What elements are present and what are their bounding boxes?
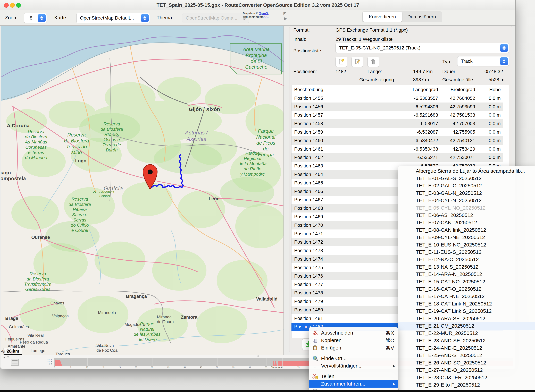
new-positionlist-button[interactable] <box>336 57 347 67</box>
table-row[interactable]: Position 1459-6.53208742.7559050.0 m <box>291 128 503 136</box>
table-cell[interactable]: 0.0 m <box>478 129 503 135</box>
table-cell[interactable]: 42.757003 <box>441 121 478 126</box>
table-cell[interactable]: 0.0 m <box>478 155 503 160</box>
table-row[interactable]: Position 1460-6.534047242.75401210.0 m <box>291 136 503 145</box>
stepper-icon[interactable] <box>141 14 149 22</box>
table-cell[interactable]: 42.755905 <box>441 129 478 135</box>
splitter-grip[interactable] <box>257 355 259 357</box>
submenu-item[interactable]: TET_E-12-NA-C_20250512 <box>398 256 535 263</box>
table-cell[interactable]: Position 1459 <box>291 129 400 135</box>
column-hoehe[interactable]: Höhe <box>478 87 503 92</box>
table-cell[interactable]: Position 1476 <box>291 273 400 279</box>
table-row[interactable]: Position 1458-6.5301742.7570030.0 m <box>291 119 503 128</box>
submenu-item[interactable]: TET_E-18-CAT Link N_20250512 <box>398 300 535 307</box>
menu-item[interactable]: Teilen <box>309 373 398 380</box>
submenu-item[interactable]: TET_E-14-ARA-N_20250512 <box>398 271 535 278</box>
table-row[interactable]: Position 1455-6.530355742.76040520.0 m <box>291 94 503 103</box>
submenu-item[interactable]: Albergue Sierra de Lújar to Área acampad… <box>398 167 535 175</box>
submenu-item[interactable]: TET_E-21-CM_20250512 <box>398 322 535 329</box>
menu-item[interactable]: Zusammenführen...▶ <box>309 380 398 387</box>
table-cell[interactable]: 0.0 m <box>478 112 503 118</box>
submenu-item[interactable]: TET_E-09-CYL-NE_20250512 <box>398 234 535 241</box>
table-cell[interactable]: Position 1469 <box>291 214 400 219</box>
table-cell[interactable]: Position 1479 <box>291 299 400 304</box>
table-row[interactable]: Position 1462-6.53527142.75300710.0 m <box>291 153 503 162</box>
table-cell[interactable]: 0.0 m <box>478 96 503 101</box>
table-cell[interactable]: Position 1477 <box>291 282 400 287</box>
table-cell[interactable]: -6.535271 <box>400 155 441 160</box>
title-bar[interactable]: TET_Spain_2025-05-15.gpx - RouteConverte… <box>0 0 516 10</box>
table-cell[interactable]: Position 1471 <box>291 231 400 237</box>
submenu-item[interactable]: TET_E-03-GAL-N_20250512 <box>398 189 535 197</box>
submenu-item[interactable]: TET_E-27-AND-O_20250512 <box>398 367 535 374</box>
table-cell[interactable]: Position 1464 <box>291 172 400 177</box>
submenu-item[interactable]: TET_E-15-CAT-NO_20250512 <box>398 278 535 285</box>
license-link[interactable]: CC <box>264 15 268 19</box>
table-cell[interactable]: Position 1461 <box>291 146 400 152</box>
column-breitengrad[interactable]: Breitengrad <box>441 87 478 92</box>
submenu-item[interactable]: TET_E-28-CU&TER_20250512 <box>398 374 535 381</box>
table-cell[interactable]: Position 1473 <box>291 248 400 253</box>
positionsliste-select[interactable]: TET_E-05-CYL-NO_20250512 (Track) <box>336 43 509 53</box>
collapse-up-icon[interactable]: ◤ <box>283 11 286 16</box>
profile-collapse-arrows[interactable]: ▲▼ <box>3 356 11 359</box>
table-cell[interactable]: Position 1480 <box>291 307 400 313</box>
submenu-item[interactable]: TET_E-25-AND-S_20250512 <box>398 352 535 359</box>
menu-item[interactable]: Ausschneiden⌘X <box>309 329 398 336</box>
tab-durchstoebern[interactable]: Durchstöbern <box>402 12 441 22</box>
submenu-item[interactable]: TET_E-19-CAT Link S_20250512 <box>398 307 535 315</box>
table-row[interactable]: Position 1461-6.535043842.7534290.0 m <box>291 145 503 153</box>
submenu-item[interactable]: TET_E-04-CYL-N_20250512 <box>398 197 535 204</box>
table-cell[interactable]: 0.0 m <box>478 146 503 152</box>
typ-select[interactable]: Track <box>457 56 509 66</box>
stepper-icon[interactable] <box>500 57 508 65</box>
stepper-icon[interactable] <box>38 14 46 22</box>
table-cell[interactable]: 42.7593599 <box>441 104 478 109</box>
table-cell[interactable]: Position 1455 <box>291 96 400 101</box>
submenu-item[interactable]: TET_E-16-CAT-O_20250512 <box>398 285 535 293</box>
table-cell[interactable]: Position 1481 <box>291 316 400 321</box>
table-cell[interactable]: 0.0 m <box>478 121 503 126</box>
table-cell[interactable]: Position 1460 <box>291 138 400 143</box>
submenu-item[interactable]: TET_E-07-CAN_20250512 <box>398 219 535 226</box>
collapse-right-icon[interactable]: ▶ <box>284 16 287 21</box>
table-cell[interactable]: Position 1468 <box>291 205 400 211</box>
table-cell[interactable]: -6.53017 <box>400 121 441 126</box>
table-cell[interactable]: Position 1467 <box>291 197 400 202</box>
table-cell[interactable]: 0.0 m <box>478 104 503 109</box>
zoom-stepper[interactable]: 8 <box>24 13 47 23</box>
table-cell[interactable]: Position 1470 <box>291 223 400 228</box>
table-cell[interactable]: -6.5291683 <box>400 112 441 118</box>
table-cell[interactable]: -6.5303557 <box>400 96 441 101</box>
submenu-item[interactable]: TET_E-08-CAN link_20250512 <box>398 226 535 233</box>
menu-item[interactable]: Vervollständigen...▶ <box>309 362 398 369</box>
table-cell[interactable]: 42.7581533 <box>441 112 478 118</box>
delete-positionlist-button[interactable] <box>367 57 379 67</box>
openstreetmap-link[interactable]: OpenSt <box>259 12 268 15</box>
table-cell[interactable]: -6.5340472 <box>400 138 441 143</box>
submenu-item[interactable]: TET_E-10-EUS-NO_20250512 <box>398 241 535 248</box>
submenu-item[interactable]: TET_E-22-MUR_20250512 <box>398 330 535 337</box>
menu-item[interactable]: Einfügen⌘V <box>309 344 398 351</box>
submenu-item[interactable]: TET_E-06-AS_20250512 <box>398 211 535 219</box>
column-beschreibung[interactable]: Beschreibung <box>291 87 400 92</box>
table-cell[interactable]: Position 1462 <box>291 155 400 160</box>
table-cell[interactable]: Position 1474 <box>291 256 400 262</box>
submenu-item[interactable]: TET_E-13-NA-S_20250512 <box>398 263 535 271</box>
submenu-item[interactable]: TET_E-23-AND-SE_20250512 <box>398 337 535 344</box>
table-cell[interactable]: Position 1457 <box>291 112 400 118</box>
column-laengengrad[interactable]: Längengrad <box>400 87 441 92</box>
stepper-icon[interactable] <box>500 44 508 52</box>
table-cell[interactable]: Position 1456 <box>291 104 400 109</box>
table-cell[interactable]: 0.0 m <box>478 138 503 143</box>
submenu-item[interactable]: TET_E-17-CAT-NE_20250512 <box>398 293 535 300</box>
submenu-item[interactable]: TET_E-26-AND-SO_20250512 <box>398 359 535 366</box>
table-cell[interactable]: -6.5350438 <box>400 146 441 152</box>
submenu-item[interactable]: TET_E-01-GAL-S_20250512 <box>398 175 535 182</box>
table-cell[interactable]: Position 1466 <box>291 189 400 194</box>
table-cell[interactable]: 42.7604052 <box>441 96 478 101</box>
menu-item[interactable]: Kopieren⌘C <box>309 336 398 344</box>
table-cell[interactable]: 42.7530071 <box>441 155 478 160</box>
table-header[interactable]: Beschreibung Längengrad Breitengrad Höhe <box>291 85 503 94</box>
tab-konvertieren[interactable]: Konvertieren <box>363 12 402 22</box>
